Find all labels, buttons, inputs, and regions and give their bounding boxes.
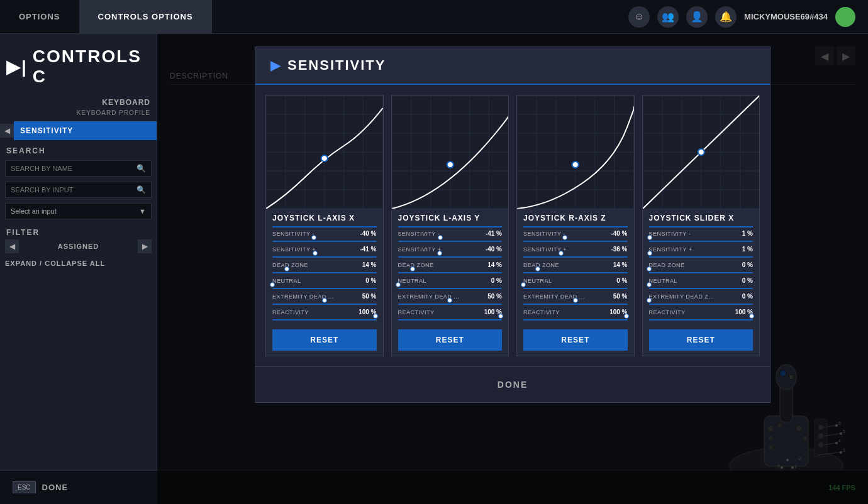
param-item-2-5: REACTIVITY100 %	[517, 309, 634, 324]
param-item-3-0: SENSITIVITY -1 %	[643, 230, 760, 246]
param-item-3-1: SENSITIVITY +1 %	[643, 246, 760, 261]
filter-prev[interactable]: ◀	[5, 239, 19, 253]
select-input-label: Select an input	[11, 207, 57, 215]
search-name-input[interactable]	[11, 165, 136, 172]
sidebar-profile-label: KEYBOARD PROFILE	[0, 109, 157, 121]
param-item-1-0: SENSITIVITY --41 %	[392, 230, 509, 246]
sidebar-filter-row: ◀ ASSIGNED ▶	[5, 239, 152, 253]
main-layout: ▶| CONTROLS C KEYBOARD KEYBOARD PROFILE …	[0, 34, 868, 504]
axis-card-0: JOYSTICK L-AXIS XSENSITIVITY --40 %SENSI…	[265, 95, 384, 356]
param-item-3-4: EXTREMITY DEAD Z...0 %	[643, 293, 760, 309]
reset-button-1[interactable]: RESET	[398, 329, 503, 351]
sidebar-nav-prev[interactable]: ◀	[0, 124, 14, 138]
sensitivity-modal: ▶ SENSITIVITY JOYSTICK L-AXIS XSENSITIVI…	[255, 47, 771, 403]
param-item-0-3: NEUTRAL0 %	[266, 277, 383, 293]
search-name-icon: 🔍	[136, 164, 146, 173]
modal-title: SENSITIVITY	[287, 57, 386, 74]
param-item-3-2: DEAD ZONE0 %	[643, 261, 760, 277]
axis-card-1: JOYSTICK L-AXIS YSENSITIVITY --41 %SENSI…	[391, 95, 509, 356]
param-item-2-2: DEAD ZONE14 %	[517, 261, 634, 277]
sidebar-search-label: SEARCH	[0, 140, 157, 158]
axis-name-0: JOYSTICK L-AXIS X	[266, 209, 383, 226]
select-input-dropdown[interactable]: Select an input ▼	[5, 203, 152, 219]
svg-point-63	[447, 162, 453, 168]
sidebar-sensitivity[interactable]: SENSITIVITY	[14, 121, 157, 140]
axis-card-2: JOYSTICK R-AXIS ZSENSITIVITY --40 %SENSI…	[516, 95, 635, 356]
axis-graph-2	[517, 96, 634, 209]
done-bottom[interactable]: ESC DONE	[13, 481, 68, 493]
search-input-icon: 🔍	[136, 185, 146, 194]
param-item-2-3: NEUTRAL0 %	[517, 277, 634, 293]
param-item-0-2: DEAD ZONE14 %	[266, 261, 383, 277]
param-item-3-5: REACTIVITY100 %	[643, 309, 760, 324]
axis-card-3: JOYSTICK SLIDER XSENSITIVITY -1 %SENSITI…	[642, 95, 760, 356]
modal-header-arrow-icon: ▶	[270, 58, 280, 73]
tab-options[interactable]: OPTIONS	[0, 0, 79, 33]
smiley-icon[interactable]: ☺	[628, 6, 650, 28]
search-input-field[interactable]	[11, 186, 136, 194]
sidebar-title-arrow: ▶|	[6, 57, 28, 77]
reset-button-0[interactable]: RESET	[272, 329, 377, 351]
sidebar-search-name[interactable]: 🔍	[5, 160, 152, 177]
param-item-2-0: SENSITIVITY --40 %	[517, 230, 634, 246]
profile-icon[interactable]: 👤	[686, 6, 708, 28]
bell-icon[interactable]: 🔔	[715, 6, 737, 28]
content-area: ◀ ▶ DESCRIPTION	[157, 34, 868, 504]
param-item-0-0: SENSITIVITY --40 %	[266, 230, 383, 246]
param-item-1-3: NEUTRAL0 %	[392, 277, 509, 293]
param-item-1-4: EXTREMITY DEAD ...50 %	[392, 293, 509, 309]
modal-body: JOYSTICK L-AXIS XSENSITIVITY --40 %SENSI…	[255, 85, 770, 366]
param-item-0-5: REACTIVITY100 %	[266, 309, 383, 324]
svg-point-48	[321, 155, 328, 162]
axis-name-1: JOYSTICK L-AXIS Y	[392, 209, 509, 226]
modal-overlay: ▶ SENSITIVITY JOYSTICK L-AXIS XSENSITIVI…	[157, 34, 868, 504]
sidebar-title: ▶| CONTROLS C	[0, 34, 157, 93]
param-item-1-2: DEAD ZONE14 %	[392, 261, 509, 277]
axis-name-3: JOYSTICK SLIDER X	[643, 209, 760, 226]
param-item-0-4: EXTREMITY DEAD ...50 %	[266, 293, 383, 309]
tab-controls[interactable]: CONTROLS OPTIONS	[79, 0, 212, 33]
sidebar-title-text: CONTROLS C	[33, 47, 150, 87]
top-bar: OPTIONS CONTROLS OPTIONS ☺ 👥 👤 🔔 MICKYMO…	[0, 0, 868, 34]
param-item-3-3: NEUTRAL0 %	[643, 277, 760, 293]
sidebar-filter-label: FILTER	[0, 222, 157, 239]
friends-icon[interactable]: 👥	[657, 6, 679, 28]
sidebar-nav-row: ◀ SENSITIVITY	[0, 121, 157, 140]
param-item-2-1: SENSITIVITY +-36 %	[517, 246, 634, 261]
svg-point-93	[698, 149, 704, 155]
modal-header: ▶ SENSITIVITY	[255, 47, 770, 85]
param-item-1-5: REACTIVITY100 %	[392, 309, 509, 324]
param-item-1-1: SENSITIVITY +-40 %	[392, 246, 509, 261]
sidebar-search-input-row[interactable]: 🔍	[5, 182, 152, 198]
param-item-0-1: SENSITIVITY +-41 %	[266, 246, 383, 261]
axis-graph-3	[643, 96, 760, 209]
sidebar-keyboard-label: KEYBOARD	[0, 93, 157, 109]
username: MICKYMOUSE69#434	[744, 12, 828, 21]
modal-footer: DONE	[255, 366, 770, 402]
reset-button-3[interactable]: RESET	[649, 329, 754, 351]
param-item-2-4: EXTREMITY DEAD ...50 %	[517, 293, 634, 309]
filter-value: ASSIGNED	[19, 240, 138, 253]
done-label: DONE	[42, 483, 69, 492]
svg-point-78	[572, 162, 579, 168]
done-key-badge: ESC	[13, 481, 36, 493]
axis-name-2: JOYSTICK R-AXIS Z	[517, 209, 634, 226]
chevron-down-icon: ▼	[139, 207, 146, 215]
top-bar-right: ☺ 👥 👤 🔔 MICKYMOUSE69#434	[628, 6, 868, 28]
sidebar: ▶| CONTROLS C KEYBOARD KEYBOARD PROFILE …	[0, 34, 157, 504]
expand-collapse-all[interactable]: EXPAND / COLLAPSE ALL	[5, 260, 152, 267]
modal-done-button[interactable]: DONE	[472, 375, 553, 395]
avatar	[835, 7, 855, 27]
filter-next[interactable]: ▶	[138, 239, 152, 253]
axis-graph-0	[266, 96, 383, 209]
reset-button-2[interactable]: RESET	[523, 329, 628, 351]
axis-graph-1	[392, 96, 509, 209]
